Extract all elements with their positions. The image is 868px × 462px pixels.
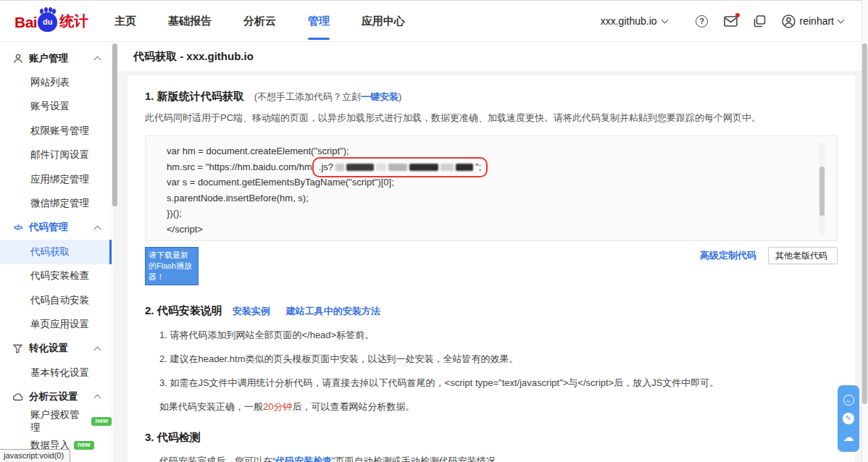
code-line: s.parentNode.insertBefore(hm, s); bbox=[167, 190, 808, 206]
advanced-custom-code-link[interactable]: 高级定制代码 bbox=[700, 249, 756, 262]
main-nav: 主页 基础报告 分析云 管理 应用中心 bbox=[99, 1, 421, 41]
section2: 2. 代码安装说明 安装实例 建站工具中的安装方法 1. 请将代码添加到网站全部… bbox=[145, 304, 838, 413]
sidebar-item-code-install-check[interactable]: 代码安装检查 bbox=[0, 264, 112, 288]
sidebar-item-code-get[interactable]: 代码获取 bbox=[0, 240, 112, 264]
site-selector-value: xxx.github.io bbox=[601, 15, 657, 27]
logo-text-bai: Bai bbox=[14, 14, 37, 31]
new-badge: new bbox=[91, 417, 112, 426]
sidebar-group-code[interactable]: </> 代码管理 bbox=[0, 216, 112, 240]
section1-header: 1. 新版统计代码获取 (不想手工添加代码？立刻一键安装) bbox=[145, 90, 838, 104]
section3-title: 3. 代码检测 bbox=[145, 431, 838, 445]
funnel-icon bbox=[12, 344, 23, 353]
logo-text-du: du bbox=[43, 17, 52, 26]
sidebar-scrollbar[interactable] bbox=[112, 43, 117, 206]
content-card: 1. 新版统计代码获取 (不想手工添加代码？立刻一键安装) 此代码同时适用于PC… bbox=[128, 75, 855, 462]
section1-description: 此代码同时适用于PC端、移动端的页面，以异步加载形式进行加载，数据更准确、加载速… bbox=[145, 112, 838, 125]
install-step: 1. 请将代码添加到网站全部页面的</head>标签前。 bbox=[145, 329, 838, 342]
help-icon[interactable]: ? bbox=[695, 14, 709, 28]
sidebar-item-code-auto-install[interactable]: 代码自动安装 bbox=[0, 288, 112, 312]
page-scrollbar-thumb[interactable] bbox=[862, 43, 867, 404]
redacted-site-id bbox=[441, 164, 454, 171]
nav-home[interactable]: 主页 bbox=[99, 1, 152, 41]
code-scrollbar-thumb[interactable] bbox=[819, 167, 825, 216]
envelope-glyph bbox=[724, 16, 738, 27]
flash-copy-button[interactable]: 请下载最新的Flash播放器！ bbox=[145, 247, 199, 285]
section1-title: 1. 新版统计代码获取 bbox=[145, 90, 244, 104]
tracking-code-box[interactable]: var hm = document.createElement("script"… bbox=[145, 135, 838, 241]
page-title: 代码获取 - xxx.github.io bbox=[113, 42, 868, 71]
install-note: 如果代码安装正确，一般20分钟后，可以查看网站分析数据。 bbox=[145, 400, 838, 413]
sidebar-item-spa-settings[interactable]: 单页应用设置 bbox=[0, 312, 112, 336]
code-icon: </> bbox=[12, 224, 23, 232]
username-label: reinhart bbox=[800, 15, 834, 27]
redacted-site-id bbox=[376, 164, 386, 171]
sidebar-item-site-list[interactable]: 网站列表 bbox=[0, 70, 112, 94]
baidu-tongji-logo[interactable]: Bai du 统计 bbox=[14, 12, 93, 31]
sidebar-item-wechat-binding[interactable]: 微信绑定管理 bbox=[0, 191, 112, 215]
sidebar-item-permission-accounts[interactable]: 权限账号管理 bbox=[0, 119, 112, 143]
site-builder-install-link[interactable]: 建站工具中的安装方法 bbox=[286, 305, 380, 318]
install-example-link[interactable]: 安装实例 bbox=[233, 305, 270, 318]
code-line: </script> bbox=[167, 222, 808, 238]
site-selector-dropdown[interactable]: xxx.github.io bbox=[601, 15, 667, 27]
sidebar-group-account[interactable]: 账户管理 bbox=[0, 46, 112, 70]
sidebar-item-account-authorization[interactable]: 账户授权管理 new bbox=[0, 409, 112, 433]
status-bar-link-tooltip: javascript:void(0) bbox=[0, 449, 70, 462]
sidebar-item-account-settings[interactable]: 账号设置 bbox=[0, 95, 112, 119]
code-line: })(); bbox=[167, 206, 808, 222]
nav-analytics-cloud[interactable]: 分析云 bbox=[228, 1, 292, 41]
redacted-site-id bbox=[335, 164, 344, 171]
nav-basic-reports[interactable]: 基础报告 bbox=[152, 1, 228, 41]
redacted-site-id bbox=[346, 164, 374, 171]
code-right-tools: 高级定制代码 其他老版代码 bbox=[700, 247, 838, 264]
code-line: var s = document.getElementsByTagName("s… bbox=[167, 175, 808, 190]
code-line: var hm = document.createElement("script"… bbox=[167, 143, 808, 159]
sidebar-nav: 账户管理 网站列表 账号设置 权限账号管理 邮件订阅设置 应用绑定管理 微信绑定… bbox=[0, 42, 112, 462]
install-step: 2. 建议在header.htm类似的页头模板页面中安装，以达到一处安装，全站皆… bbox=[145, 353, 838, 366]
redacted-site-id bbox=[388, 164, 407, 171]
cloud-icon bbox=[12, 392, 23, 401]
redacted-site-id bbox=[409, 164, 438, 171]
install-steps: 1. 请将代码添加到网站全部页面的</head>标签前。 2. 建议在heade… bbox=[145, 329, 838, 413]
time-highlight: 20分钟 bbox=[263, 401, 292, 412]
user-icon bbox=[782, 14, 796, 28]
copy-glyph bbox=[754, 15, 766, 28]
main-content: 代码获取 - xxx.github.io 1. 新版统计代码获取 (不想手工添加… bbox=[113, 42, 868, 462]
top-header: Bai du 统计 主页 基础报告 分析云 管理 应用中心 xxx.github… bbox=[0, 0, 868, 42]
code-line-src: hm.src = "https://hm.baidu.com/hm.js?"; bbox=[167, 159, 808, 175]
user-menu[interactable]: reinhart bbox=[782, 14, 843, 28]
legacy-code-select[interactable]: 其他老版代码 bbox=[768, 247, 838, 264]
baidu-paw-icon: du bbox=[38, 12, 57, 32]
collapse-caret-icon bbox=[94, 56, 101, 64]
section3: 3. 代码检测 代码安装完成后，您可以在“代码安装检查”页面自动检测或手动检测代… bbox=[145, 431, 838, 462]
feedback-pencil-icon[interactable]: ✎ bbox=[843, 412, 855, 424]
collapse-caret-icon bbox=[94, 225, 101, 232]
copy-icon[interactable] bbox=[753, 14, 767, 28]
header-right-tools: xxx.github.io ? reinhart bbox=[601, 14, 843, 28]
floating-help-widget: ✎ ☁ bbox=[838, 385, 859, 452]
sidebar-item-app-binding[interactable]: 应用绑定管理 bbox=[0, 167, 112, 191]
sidebar-group-analytics-cloud[interactable]: 分析云设置 bbox=[0, 385, 112, 408]
redacted-site-id bbox=[456, 164, 473, 171]
chevron-down-icon bbox=[661, 16, 668, 23]
section3-description: 代码安装完成后，您可以在“代码安装检查”页面自动检测或手动检测代码安装情况。 bbox=[145, 455, 838, 462]
customer-service-icon[interactable] bbox=[843, 394, 855, 406]
section1-hint: (不想手工添加代码？立刻一键安装) bbox=[254, 91, 402, 104]
section2-title: 2. 代码安装说明 bbox=[145, 304, 222, 318]
logo-text-tongji: 统计 bbox=[59, 12, 88, 31]
nav-manage[interactable]: 管理 bbox=[292, 1, 346, 41]
new-badge: new bbox=[74, 441, 94, 450]
chevron-down-icon bbox=[838, 16, 845, 23]
message-cloud-icon[interactable]: ☁ bbox=[843, 431, 855, 443]
mail-unread-dot bbox=[735, 13, 740, 17]
sidebar-item-email-subscription[interactable]: 邮件订阅设置 bbox=[0, 143, 112, 167]
install-step: 3. 如需在JS文件中调用统计分析代码，请直接去掉以下代码首尾的，<script… bbox=[145, 377, 838, 390]
mail-icon[interactable] bbox=[724, 14, 738, 28]
collapse-caret-icon bbox=[94, 395, 101, 402]
sidebar-item-basic-conversion[interactable]: 基本转化设置 bbox=[0, 361, 112, 385]
nav-app-center[interactable]: 应用中心 bbox=[346, 1, 421, 41]
one-click-install-link[interactable]: 一键安装 bbox=[361, 91, 398, 102]
sidebar-group-conversion[interactable]: 转化设置 bbox=[0, 337, 112, 361]
code-install-check-link[interactable]: 代码安装检查 bbox=[275, 455, 332, 462]
code-actions-row: 请下载最新的Flash播放器！ 高级定制代码 其他老版代码 bbox=[145, 247, 838, 285]
